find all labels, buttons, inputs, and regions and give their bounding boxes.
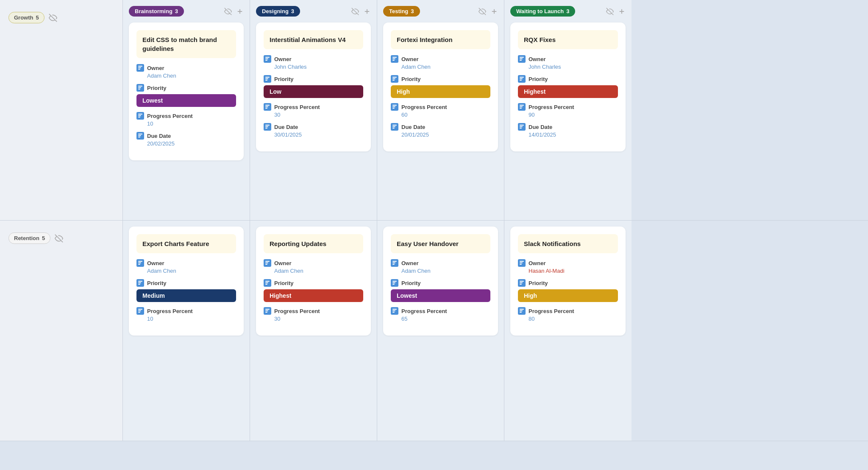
add-icon-brainstorming[interactable]	[236, 8, 244, 15]
priority-field-icon-r3	[391, 279, 398, 287]
card-g3[interactable]: Fortexi Integration Owner Adam Chen	[383, 22, 498, 151]
svg-rect-40	[392, 105, 397, 106]
svg-rect-14	[138, 135, 141, 136]
svg-rect-90	[520, 263, 523, 263]
card-g4[interactable]: RQX Fixes Owner John Charles	[510, 22, 626, 151]
column-brainstorming-retention: Export Charts Feature Owner Adam Chen	[123, 221, 250, 441]
hide-icon-designing[interactable]	[351, 8, 359, 15]
card-r1-priority-badge: Medium	[136, 289, 236, 302]
card-g2-owner-value: John Charles	[264, 64, 363, 70]
card-g1-progress-field: Progress Percent 10	[136, 112, 236, 127]
svg-rect-52	[520, 77, 524, 78]
card-r4-progress-field: Progress Percent 80	[518, 307, 618, 322]
column-header-brainstorming: Brainstorming 3	[129, 6, 244, 17]
owner-field-icon-g4	[518, 55, 526, 63]
svg-rect-75	[265, 283, 268, 283]
priority-field-icon-g2	[264, 75, 271, 83]
card-g3-duedate-value: 20/01/2025	[391, 131, 490, 138]
svg-rect-68	[138, 309, 142, 310]
svg-rect-13	[138, 134, 142, 134]
add-icon-designing[interactable]	[363, 8, 371, 15]
card-r2[interactable]: Reporting Updates Owner Adam Chen	[256, 227, 371, 336]
card-g1-progress-value: 10	[136, 120, 236, 127]
card-r3-progress-label: Progress Percent	[391, 307, 490, 315]
card-g3-duedate-label: Due Date	[391, 123, 490, 131]
column-testing-retention: Easy User Handover Owner Adam Chen	[377, 221, 504, 441]
card-g4-priority-badge: Highest	[518, 85, 618, 98]
card-r4[interactable]: Slack Notifications Owner Hasan Al-Madi	[510, 227, 626, 336]
svg-rect-83	[392, 281, 397, 282]
card-r2-owner-label: Owner	[264, 259, 363, 267]
svg-rect-93	[520, 283, 523, 283]
hide-icon-brainstorming[interactable]	[224, 8, 232, 15]
card-g2-duedate-field: Due Date 30/01/2025	[264, 123, 363, 138]
lane-hide-icon-retention[interactable]	[55, 234, 63, 243]
hide-icon-waiting[interactable]	[606, 8, 614, 15]
lane-label-growth: Growth	[14, 14, 33, 21]
progress-field-icon-r4	[518, 307, 526, 315]
column-waiting: Waiting to Launch 3	[504, 0, 632, 220]
card-r1-owner-value: Adam Chen	[136, 268, 236, 274]
svg-rect-85	[392, 284, 395, 285]
svg-rect-80	[392, 261, 397, 262]
card-g1-duedate-value: 20/02/2025	[136, 140, 236, 147]
svg-rect-78	[265, 311, 268, 311]
card-g1-duedate-field: Due Date 20/02/2025	[136, 132, 236, 147]
column-designing: Designing 3	[250, 0, 377, 220]
card-r1[interactable]: Export Charts Feature Owner Adam Chen	[129, 227, 244, 336]
card-g2-title: Interstitial Animations V4	[264, 30, 363, 49]
card-r1-owner-label: Owner	[136, 259, 236, 267]
svg-rect-96	[520, 311, 523, 311]
svg-rect-65	[138, 281, 142, 282]
card-g2-owner-field: Owner John Charles	[264, 55, 363, 70]
add-icon-waiting[interactable]	[618, 8, 626, 15]
column-label-waiting: Waiting to Launch	[516, 8, 564, 14]
svg-rect-73	[265, 264, 267, 265]
svg-rect-51	[520, 60, 522, 61]
hide-icon-testing[interactable]	[479, 8, 486, 15]
svg-rect-71	[265, 261, 270, 262]
card-g1[interactable]: Edit CSS to match brand guidelines Owner…	[129, 22, 244, 160]
card-r3-owner-field: Owner Adam Chen	[391, 259, 490, 274]
card-g4-owner-field: Owner John Charles	[518, 55, 618, 70]
owner-field-icon-r3	[391, 259, 398, 267]
svg-rect-58	[520, 125, 524, 126]
add-icon-testing[interactable]	[490, 8, 498, 15]
card-g2[interactable]: Interstitial Animations V4 Owner John Ch…	[256, 22, 371, 151]
card-g1-priority-label: Priority	[136, 84, 236, 92]
lane-badge-growth[interactable]: Growth 5	[8, 12, 45, 23]
lane-label-retention: Retention	[14, 235, 39, 241]
priority-field-icon-r1	[136, 279, 144, 287]
progress-field-icon-g4	[518, 103, 526, 111]
svg-rect-70	[138, 312, 140, 313]
lane-hide-icon-growth[interactable]	[49, 14, 57, 22]
card-r2-priority-field: Priority Highest	[264, 279, 363, 302]
card-r3[interactable]: Easy User Handover Owner Adam Chen	[383, 227, 498, 336]
svg-rect-49	[520, 57, 524, 58]
swim-lane-growth: Growth 5 Brainstorming 3	[0, 0, 868, 221]
lane-badge-retention[interactable]: Retention 5	[8, 232, 50, 244]
card-g3-priority-label: Priority	[391, 75, 490, 83]
card-g1-priority-field: Priority Lowest	[136, 84, 236, 107]
svg-rect-74	[265, 281, 270, 282]
card-g3-title: Fortexi Integration	[391, 30, 490, 49]
column-label-designing: Designing	[262, 8, 289, 14]
card-g3-priority-badge: High	[391, 85, 490, 98]
svg-rect-23	[265, 78, 268, 79]
card-r3-priority-field: Priority Lowest	[391, 279, 490, 302]
card-r4-progress-value: 80	[518, 316, 618, 322]
svg-rect-29	[265, 126, 268, 127]
card-r3-progress-value: 65	[391, 316, 490, 322]
card-r4-priority-field: Priority High	[518, 279, 618, 302]
column-label-brainstorming: Brainstorming	[135, 8, 172, 14]
card-r3-progress-field: Progress Percent 65	[391, 307, 490, 322]
svg-rect-50	[520, 59, 523, 59]
priority-field-icon-g3	[391, 75, 398, 83]
progress-field-icon-r3	[391, 307, 398, 315]
svg-rect-56	[520, 106, 523, 107]
card-g3-progress-field: Progress Percent 60	[391, 103, 490, 118]
card-g3-owner-value: Adam Chen	[391, 64, 490, 70]
svg-rect-95	[520, 309, 524, 310]
svg-rect-53	[520, 78, 523, 79]
columns-area-retention: Export Charts Feature Owner Adam Chen	[123, 221, 868, 441]
